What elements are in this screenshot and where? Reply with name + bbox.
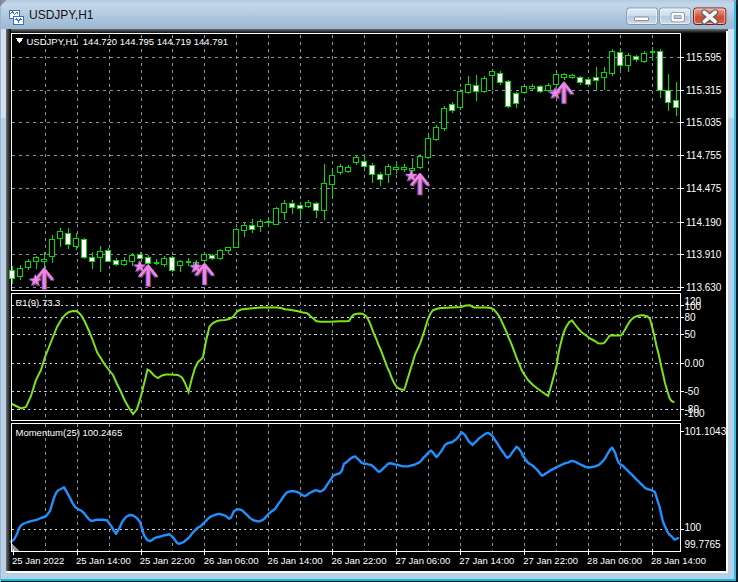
svg-text:113.910: 113.910 bbox=[686, 249, 722, 260]
svg-text:26 Jan 14:00: 26 Jan 14:00 bbox=[268, 555, 323, 566]
svg-text:100: 100 bbox=[685, 522, 702, 533]
svg-text:25 Jan 22:00: 25 Jan 22:00 bbox=[140, 555, 195, 566]
svg-text:27 Jan 06:00: 27 Jan 06:00 bbox=[395, 555, 450, 566]
svg-text:114.475: 114.475 bbox=[686, 183, 722, 194]
svg-text:115.315: 115.315 bbox=[686, 85, 722, 96]
svg-text:26 Jan 06:00: 26 Jan 06:00 bbox=[204, 555, 259, 566]
svg-text:-50: -50 bbox=[685, 386, 700, 397]
svg-text:USDJPY,H1: USDJPY,H1 bbox=[29, 8, 94, 22]
svg-text:115.035: 115.035 bbox=[686, 117, 722, 128]
svg-text:27 Jan 22:00: 27 Jan 22:00 bbox=[523, 555, 578, 566]
svg-text:USDJPY,H1 144.720 144.795 144: USDJPY,H1 144.720 144.795 144.719 144.79… bbox=[27, 36, 229, 47]
svg-text:26 Jan 22:00: 26 Jan 22:00 bbox=[332, 555, 387, 566]
svg-text:Momentum(25) 100.2465: Momentum(25) 100.2465 bbox=[16, 427, 123, 438]
svg-text:115.595: 115.595 bbox=[686, 52, 722, 63]
svg-text:25 Jan 2022: 25 Jan 2022 bbox=[12, 555, 64, 566]
svg-text:-100: -100 bbox=[685, 408, 705, 419]
svg-text:R1(9) 73.3: R1(9) 73.3 bbox=[16, 297, 61, 308]
svg-text:114.755: 114.755 bbox=[686, 150, 722, 161]
svg-text:101.1043: 101.1043 bbox=[685, 426, 727, 437]
svg-text:27 Jan 14:00: 27 Jan 14:00 bbox=[459, 555, 514, 566]
svg-text:28 Jan 06:00: 28 Jan 06:00 bbox=[587, 555, 642, 566]
svg-text:100: 100 bbox=[685, 301, 702, 312]
svg-text:114.190: 114.190 bbox=[686, 217, 722, 228]
svg-text:113.630: 113.630 bbox=[686, 282, 722, 293]
svg-text:28 Jan 14:00: 28 Jan 14:00 bbox=[651, 555, 706, 566]
svg-text:25 Jan 14:00: 25 Jan 14:00 bbox=[76, 555, 131, 566]
svg-text:99.7765: 99.7765 bbox=[685, 539, 722, 550]
svg-text:80: 80 bbox=[685, 312, 697, 323]
svg-text:50: 50 bbox=[685, 329, 697, 340]
svg-text:0.00: 0.00 bbox=[685, 358, 705, 369]
